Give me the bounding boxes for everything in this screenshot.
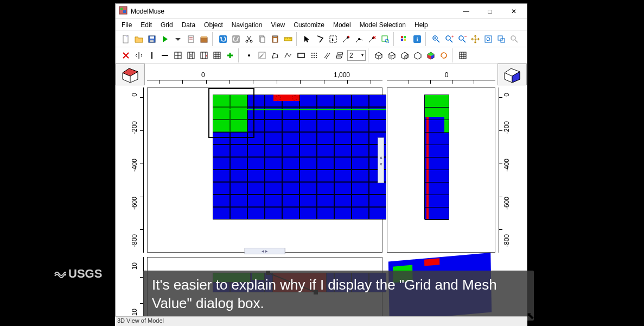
- axis-label: 1,000: [334, 71, 350, 79]
- paste-icon[interactable]: [269, 33, 281, 45]
- zoom-disabled-icon[interactable]: [508, 33, 520, 45]
- axis-right-side: 0 -200 -400 -600 -800: [498, 85, 527, 255]
- move-point-icon[interactable]: [353, 33, 365, 45]
- pattern-icon[interactable]: [308, 49, 320, 61]
- svg-point-91: [314, 53, 315, 54]
- well-object: [273, 95, 299, 101]
- point-icon[interactable]: [243, 49, 255, 61]
- selection-box[interactable]: [208, 88, 254, 138]
- svg-rect-89: [298, 53, 304, 58]
- svg-text:+: +: [451, 35, 454, 39]
- menu-edit[interactable]: Edit: [137, 20, 156, 30]
- document-icon[interactable]: [185, 33, 197, 45]
- parallel-icon[interactable]: [321, 49, 333, 61]
- svg-point-59: [487, 37, 490, 41]
- svg-rect-103: [460, 52, 466, 59]
- zoom-plus-icon[interactable]: +: [443, 33, 455, 45]
- menu-data[interactable]: Data: [178, 20, 199, 30]
- layer-select-spinner[interactable]: 2▾: [347, 50, 366, 61]
- rect-icon[interactable]: [295, 49, 307, 61]
- menu-help[interactable]: Help: [411, 20, 432, 30]
- hatch-icon[interactable]: [334, 49, 346, 61]
- menubar: File Edit Grid Data Object Navigation Vi…: [116, 19, 527, 31]
- grid-values-icon[interactable]: [211, 49, 223, 61]
- axis-label: -200: [503, 121, 511, 134]
- 3d-side-icon[interactable]: [399, 49, 411, 61]
- caption-text: It's easier to explain why if I display …: [152, 277, 497, 311]
- side-view-cube[interactable]: [498, 64, 527, 85]
- open-file-icon[interactable]: [133, 33, 145, 45]
- add-col-icon[interactable]: [146, 49, 158, 61]
- svg-point-33: [358, 38, 360, 40]
- zoom-extents-icon[interactable]: [482, 33, 494, 45]
- info-icon[interactable]: i: [411, 33, 423, 45]
- menu-file[interactable]: File: [118, 20, 136, 30]
- svg-rect-28: [330, 36, 336, 42]
- 3d-front-icon[interactable]: [386, 49, 398, 61]
- zoom-minus-icon[interactable]: −: [456, 33, 468, 45]
- maximize-button[interactable]: □: [478, 4, 502, 19]
- axis-top-side: 0: [385, 64, 498, 85]
- cut-icon[interactable]: [243, 33, 255, 45]
- redo-icon[interactable]: [230, 33, 242, 45]
- menu-grid[interactable]: Grid: [157, 20, 177, 30]
- axis-label: 0: [201, 71, 205, 79]
- run-icon[interactable]: [159, 33, 171, 45]
- polygon-icon[interactable]: [269, 49, 281, 61]
- copy-icon[interactable]: [256, 33, 268, 45]
- svg-line-40: [388, 42, 389, 43]
- minimize-button[interactable]: —: [454, 4, 478, 19]
- select-rect-icon[interactable]: [327, 33, 339, 45]
- angled-line-icon[interactable]: [256, 49, 268, 61]
- lasso-icon[interactable]: [314, 33, 326, 45]
- h-scroll-indicator[interactable]: ◂ ▸: [245, 248, 285, 254]
- 3d-color-icon[interactable]: [425, 49, 437, 61]
- show-grid-icon[interactable]: [457, 49, 469, 61]
- grid-spacing-icon[interactable]: 0: [185, 49, 197, 61]
- menu-view[interactable]: View: [267, 20, 289, 30]
- svg-rect-38: [382, 36, 387, 41]
- pan-icon[interactable]: [469, 33, 481, 45]
- 3d-top-icon[interactable]: [373, 49, 385, 61]
- model-grid-side: [424, 95, 449, 220]
- svg-point-95: [316, 55, 317, 56]
- color-grid-icon[interactable]: [398, 33, 410, 45]
- add-cell-icon[interactable]: [224, 49, 236, 61]
- select-arrow-icon[interactable]: [301, 33, 313, 45]
- save-icon[interactable]: [146, 33, 158, 45]
- menu-model-selection[interactable]: Model Selection: [356, 20, 410, 30]
- run-dropdown-icon[interactable]: [172, 33, 184, 45]
- menu-navigation[interactable]: Navigation: [228, 20, 266, 30]
- move-col-icon[interactable]: [133, 49, 145, 61]
- grid-angle-icon[interactable]: [198, 49, 210, 61]
- find-object-icon[interactable]: [379, 33, 391, 45]
- menu-model[interactable]: Model: [329, 20, 355, 30]
- archive-icon[interactable]: [198, 33, 210, 45]
- menu-object[interactable]: Object: [200, 20, 227, 30]
- svg-line-100: [326, 53, 330, 59]
- 3d-shell-icon[interactable]: [412, 49, 424, 61]
- rotate-icon[interactable]: [438, 49, 450, 61]
- edit-point-icon[interactable]: [340, 33, 352, 45]
- zoom-in-icon[interactable]: [430, 33, 442, 45]
- menu-customize[interactable]: Customize: [290, 20, 328, 30]
- close-button[interactable]: ✕: [502, 4, 526, 19]
- axis-label: -600: [503, 197, 511, 210]
- delete-point-icon[interactable]: [366, 33, 378, 45]
- svg-line-99: [324, 53, 328, 58]
- polyline-icon[interactable]: [282, 49, 294, 61]
- svg-rect-10: [201, 37, 207, 42]
- svg-rect-11: [201, 36, 207, 38]
- toolbar-2: 0 2▾: [116, 47, 527, 64]
- zoom-window-icon[interactable]: [495, 33, 507, 45]
- add-row-icon[interactable]: [159, 49, 171, 61]
- subdivide-icon[interactable]: [172, 49, 184, 61]
- side-view-pane[interactable]: [387, 87, 495, 253]
- new-file-icon[interactable]: [120, 33, 132, 45]
- delete-grid-icon[interactable]: [120, 49, 132, 61]
- undo-icon[interactable]: [217, 33, 229, 45]
- top-view-cube[interactable]: [116, 64, 145, 85]
- top-view-pane[interactable]: ◂ ▸ ▴ ▾: [147, 87, 382, 253]
- v-scroll-indicator[interactable]: ▴ ▾: [378, 137, 384, 184]
- ruler-icon[interactable]: [282, 33, 294, 45]
